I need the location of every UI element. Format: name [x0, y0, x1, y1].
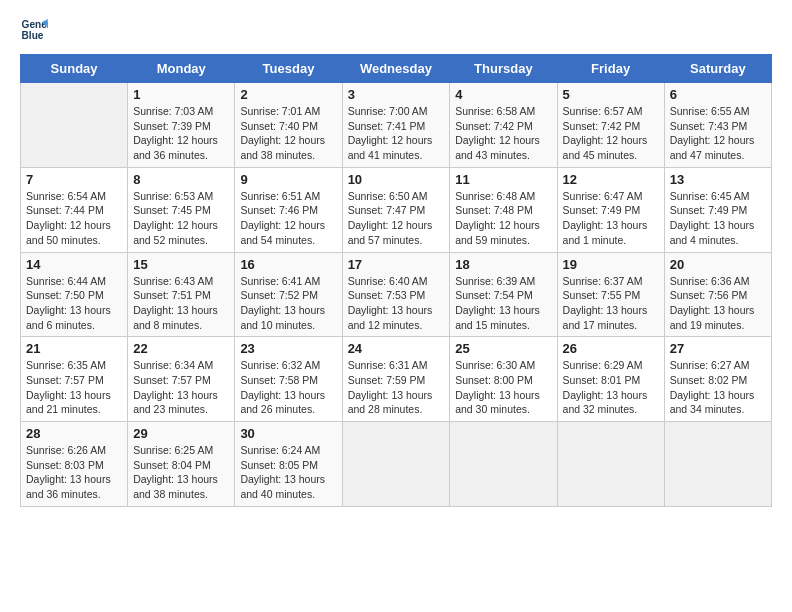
calendar-cell: 11Sunrise: 6:48 AMSunset: 7:48 PMDayligh…	[450, 167, 557, 252]
day-info: Sunrise: 6:30 AMSunset: 8:00 PMDaylight:…	[455, 358, 551, 417]
day-number: 23	[240, 341, 336, 356]
calendar-cell: 25Sunrise: 6:30 AMSunset: 8:00 PMDayligh…	[450, 337, 557, 422]
calendar-cell	[342, 422, 450, 507]
day-number: 17	[348, 257, 445, 272]
day-info: Sunrise: 6:27 AMSunset: 8:02 PMDaylight:…	[670, 358, 766, 417]
day-info: Sunrise: 6:54 AMSunset: 7:44 PMDaylight:…	[26, 189, 122, 248]
day-info: Sunrise: 6:32 AMSunset: 7:58 PMDaylight:…	[240, 358, 336, 417]
calendar-cell: 22Sunrise: 6:34 AMSunset: 7:57 PMDayligh…	[128, 337, 235, 422]
day-number: 30	[240, 426, 336, 441]
day-info: Sunrise: 7:03 AMSunset: 7:39 PMDaylight:…	[133, 104, 229, 163]
calendar-cell: 14Sunrise: 6:44 AMSunset: 7:50 PMDayligh…	[21, 252, 128, 337]
calendar-cell: 6Sunrise: 6:55 AMSunset: 7:43 PMDaylight…	[664, 83, 771, 168]
day-info: Sunrise: 6:41 AMSunset: 7:52 PMDaylight:…	[240, 274, 336, 333]
calendar-cell	[450, 422, 557, 507]
day-info: Sunrise: 6:45 AMSunset: 7:49 PMDaylight:…	[670, 189, 766, 248]
calendar-cell: 17Sunrise: 6:40 AMSunset: 7:53 PMDayligh…	[342, 252, 450, 337]
weekday-header: Friday	[557, 55, 664, 83]
logo: General Blue	[20, 16, 52, 44]
calendar-cell: 27Sunrise: 6:27 AMSunset: 8:02 PMDayligh…	[664, 337, 771, 422]
day-number: 28	[26, 426, 122, 441]
day-number: 1	[133, 87, 229, 102]
day-info: Sunrise: 6:37 AMSunset: 7:55 PMDaylight:…	[563, 274, 659, 333]
day-info: Sunrise: 6:31 AMSunset: 7:59 PMDaylight:…	[348, 358, 445, 417]
day-number: 15	[133, 257, 229, 272]
calendar-cell: 5Sunrise: 6:57 AMSunset: 7:42 PMDaylight…	[557, 83, 664, 168]
day-number: 14	[26, 257, 122, 272]
day-number: 6	[670, 87, 766, 102]
calendar-cell: 3Sunrise: 7:00 AMSunset: 7:41 PMDaylight…	[342, 83, 450, 168]
day-number: 27	[670, 341, 766, 356]
day-number: 24	[348, 341, 445, 356]
calendar-cell: 26Sunrise: 6:29 AMSunset: 8:01 PMDayligh…	[557, 337, 664, 422]
calendar-cell: 4Sunrise: 6:58 AMSunset: 7:42 PMDaylight…	[450, 83, 557, 168]
calendar-cell: 9Sunrise: 6:51 AMSunset: 7:46 PMDaylight…	[235, 167, 342, 252]
day-info: Sunrise: 6:36 AMSunset: 7:56 PMDaylight:…	[670, 274, 766, 333]
day-number: 5	[563, 87, 659, 102]
day-info: Sunrise: 6:35 AMSunset: 7:57 PMDaylight:…	[26, 358, 122, 417]
day-number: 21	[26, 341, 122, 356]
day-info: Sunrise: 6:43 AMSunset: 7:51 PMDaylight:…	[133, 274, 229, 333]
day-info: Sunrise: 7:01 AMSunset: 7:40 PMDaylight:…	[240, 104, 336, 163]
calendar-cell	[664, 422, 771, 507]
calendar-cell: 20Sunrise: 6:36 AMSunset: 7:56 PMDayligh…	[664, 252, 771, 337]
weekday-header: Tuesday	[235, 55, 342, 83]
day-number: 3	[348, 87, 445, 102]
calendar-cell: 28Sunrise: 6:26 AMSunset: 8:03 PMDayligh…	[21, 422, 128, 507]
calendar-cell	[557, 422, 664, 507]
day-info: Sunrise: 6:29 AMSunset: 8:01 PMDaylight:…	[563, 358, 659, 417]
calendar-cell: 21Sunrise: 6:35 AMSunset: 7:57 PMDayligh…	[21, 337, 128, 422]
calendar-cell: 18Sunrise: 6:39 AMSunset: 7:54 PMDayligh…	[450, 252, 557, 337]
weekday-header: Wednesday	[342, 55, 450, 83]
day-number: 19	[563, 257, 659, 272]
calendar-cell: 24Sunrise: 6:31 AMSunset: 7:59 PMDayligh…	[342, 337, 450, 422]
day-info: Sunrise: 6:51 AMSunset: 7:46 PMDaylight:…	[240, 189, 336, 248]
weekday-header: Sunday	[21, 55, 128, 83]
calendar-cell: 7Sunrise: 6:54 AMSunset: 7:44 PMDaylight…	[21, 167, 128, 252]
day-number: 11	[455, 172, 551, 187]
day-info: Sunrise: 6:55 AMSunset: 7:43 PMDaylight:…	[670, 104, 766, 163]
calendar-cell: 2Sunrise: 7:01 AMSunset: 7:40 PMDaylight…	[235, 83, 342, 168]
calendar-cell: 12Sunrise: 6:47 AMSunset: 7:49 PMDayligh…	[557, 167, 664, 252]
svg-text:General: General	[22, 19, 48, 30]
calendar-cell: 8Sunrise: 6:53 AMSunset: 7:45 PMDaylight…	[128, 167, 235, 252]
day-number: 4	[455, 87, 551, 102]
svg-text:Blue: Blue	[22, 30, 44, 41]
day-info: Sunrise: 6:40 AMSunset: 7:53 PMDaylight:…	[348, 274, 445, 333]
day-number: 16	[240, 257, 336, 272]
day-number: 2	[240, 87, 336, 102]
day-number: 22	[133, 341, 229, 356]
weekday-header: Monday	[128, 55, 235, 83]
day-info: Sunrise: 6:57 AMSunset: 7:42 PMDaylight:…	[563, 104, 659, 163]
page-header: General Blue	[20, 16, 772, 44]
calendar-cell	[21, 83, 128, 168]
day-info: Sunrise: 6:47 AMSunset: 7:49 PMDaylight:…	[563, 189, 659, 248]
day-info: Sunrise: 6:39 AMSunset: 7:54 PMDaylight:…	[455, 274, 551, 333]
day-info: Sunrise: 6:58 AMSunset: 7:42 PMDaylight:…	[455, 104, 551, 163]
day-number: 13	[670, 172, 766, 187]
calendar-header: SundayMondayTuesdayWednesdayThursdayFrid…	[21, 55, 772, 83]
day-info: Sunrise: 6:48 AMSunset: 7:48 PMDaylight:…	[455, 189, 551, 248]
calendar-cell: 13Sunrise: 6:45 AMSunset: 7:49 PMDayligh…	[664, 167, 771, 252]
day-number: 10	[348, 172, 445, 187]
day-number: 29	[133, 426, 229, 441]
day-info: Sunrise: 6:26 AMSunset: 8:03 PMDaylight:…	[26, 443, 122, 502]
calendar-cell: 1Sunrise: 7:03 AMSunset: 7:39 PMDaylight…	[128, 83, 235, 168]
calendar-table: SundayMondayTuesdayWednesdayThursdayFrid…	[20, 54, 772, 507]
day-info: Sunrise: 6:50 AMSunset: 7:47 PMDaylight:…	[348, 189, 445, 248]
day-info: Sunrise: 6:34 AMSunset: 7:57 PMDaylight:…	[133, 358, 229, 417]
day-number: 26	[563, 341, 659, 356]
weekday-header: Saturday	[664, 55, 771, 83]
day-info: Sunrise: 6:24 AMSunset: 8:05 PMDaylight:…	[240, 443, 336, 502]
calendar-cell: 30Sunrise: 6:24 AMSunset: 8:05 PMDayligh…	[235, 422, 342, 507]
day-number: 12	[563, 172, 659, 187]
logo-icon: General Blue	[20, 16, 48, 44]
calendar-cell: 16Sunrise: 6:41 AMSunset: 7:52 PMDayligh…	[235, 252, 342, 337]
calendar-cell: 23Sunrise: 6:32 AMSunset: 7:58 PMDayligh…	[235, 337, 342, 422]
day-number: 18	[455, 257, 551, 272]
day-info: Sunrise: 6:53 AMSunset: 7:45 PMDaylight:…	[133, 189, 229, 248]
weekday-header: Thursday	[450, 55, 557, 83]
calendar-cell: 29Sunrise: 6:25 AMSunset: 8:04 PMDayligh…	[128, 422, 235, 507]
calendar-cell: 19Sunrise: 6:37 AMSunset: 7:55 PMDayligh…	[557, 252, 664, 337]
day-number: 20	[670, 257, 766, 272]
